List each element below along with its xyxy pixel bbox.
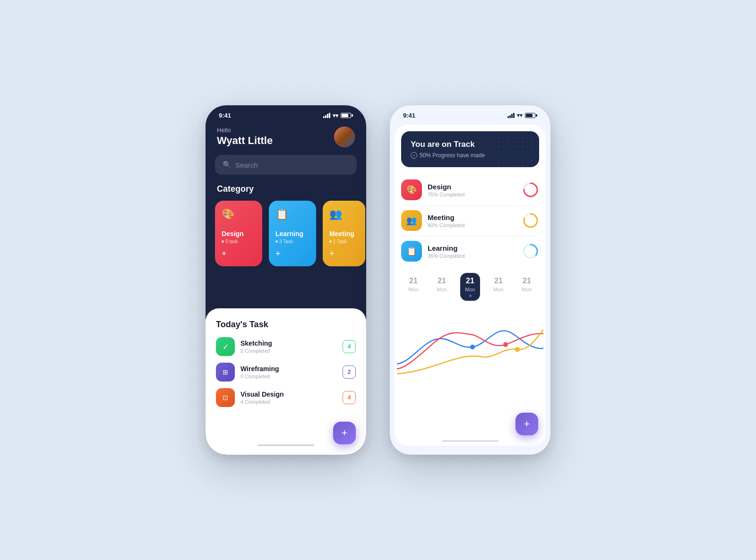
add-button-2[interactable]: +	[515, 413, 538, 435]
sketching-icon: ✓	[223, 342, 229, 351]
cal-active-dot	[469, 295, 472, 297]
cal-day-5[interactable]: 21 Mon	[517, 273, 536, 301]
cal-num-4: 21	[494, 277, 503, 285]
time-2: 9:41	[403, 112, 415, 119]
red-chart-dot	[503, 342, 508, 347]
design-icon: 🎨	[222, 208, 256, 221]
design-prog-name: Design	[428, 183, 516, 191]
learning-prog-pct: 35% Completed	[428, 253, 516, 259]
phone-2: 9:41 ▾▾ You are on Track	[390, 105, 550, 455]
search-placeholder: Search	[235, 161, 258, 169]
cal-num-1: 21	[409, 277, 418, 285]
learning-prog-info: Learning 35% Completed	[428, 244, 516, 259]
chart-svg	[397, 305, 543, 379]
learning-prog-name: Learning	[428, 244, 516, 252]
p2-content: You are on Track ✓ 50% Progress have mad…	[395, 125, 546, 446]
learning-prog-emoji: 📋	[406, 246, 417, 256]
design-prog-icon: 🎨	[401, 179, 422, 200]
blue-chart-dot	[470, 345, 475, 349]
task-visual-design[interactable]: ⊡ Visual Design 4 Completed 4	[216, 388, 356, 407]
avatar-image	[334, 127, 355, 147]
track-subtitle-text: 50% Progress have made	[420, 152, 485, 159]
wireframing-icon-box: ⊞	[216, 363, 235, 382]
search-bar[interactable]: 🔍 Search	[215, 155, 357, 175]
task-wireframing[interactable]: ⊞ Wireframing 0 Completed 2	[216, 363, 356, 382]
sketching-info: Sketching 2 Completed	[241, 339, 337, 354]
signal-icon-2	[507, 113, 515, 118]
add-task-button[interactable]: +	[333, 422, 356, 444]
meeting-add-icon[interactable]: +	[329, 249, 359, 259]
design-prog-pct: 75% Completed	[428, 192, 516, 197]
progress-meeting[interactable]: 👥 Meeting 80% Completed	[401, 205, 539, 236]
design-prog-info: Design 75% Completed	[428, 183, 516, 197]
battery-icon	[341, 113, 353, 118]
task-sketching[interactable]: ✓ Sketching 2 Completed 4	[216, 337, 356, 356]
add-icon: +	[342, 427, 348, 439]
home-indicator-2	[442, 440, 498, 442]
cal-num-5: 21	[523, 277, 531, 285]
meeting-prog-pct: 80% Completed	[428, 222, 516, 228]
sketching-icon-box: ✓	[216, 337, 235, 356]
sketching-badge: 4	[343, 340, 356, 353]
search-icon: 🔍	[223, 161, 232, 169]
design-add-icon[interactable]: +	[222, 249, 256, 259]
category-card-design[interactable]: 🎨 Design 5 task +	[215, 201, 262, 266]
progress-list: 🎨 Design 75% Completed	[395, 175, 546, 266]
meeting-prog-info: Meeting 80% Completed	[428, 213, 516, 228]
visual-name: Visual Design	[241, 390, 337, 398]
design-prog-emoji: 🎨	[406, 185, 417, 195]
calendar-row: 21 Mon 21 Mon 21 Mon 21 Mon 21	[395, 266, 546, 305]
sketching-completed: 2 Completed	[241, 348, 337, 354]
track-title: You are on Track	[411, 140, 530, 149]
wireframing-name: Wireframing	[241, 365, 337, 373]
cal-day-3-active[interactable]: 21 Mon	[460, 273, 480, 301]
progress-design[interactable]: 🎨 Design 75% Completed	[401, 175, 539, 205]
sketching-name: Sketching	[241, 339, 337, 347]
track-subtitle: ✓ 50% Progress have made	[411, 152, 530, 159]
battery-icon-2	[525, 113, 537, 118]
user-greeting-block: Hello Wyatt Little	[217, 127, 273, 147]
phones-container: 9:41 ▾▾ Hello Wyatt Little	[206, 105, 550, 455]
meeting-icon: 👥	[329, 208, 359, 221]
avatar[interactable]	[334, 127, 355, 147]
cal-label-4: Mon	[493, 287, 503, 292]
todays-task-title: Today's Task	[216, 320, 356, 330]
wireframing-completed: 0 Completed	[241, 373, 337, 379]
signal-icon	[323, 113, 330, 118]
wireframing-icon: ⊞	[223, 368, 228, 376]
time-1: 9:41	[219, 112, 231, 119]
visual-badge: 4	[343, 391, 356, 404]
meeting-tasks: 1 Task	[329, 239, 359, 244]
learning-tasks: 3 Task	[275, 239, 309, 244]
progress-learning[interactable]: 📋 Learning 35% Completed	[401, 236, 539, 266]
meeting-circle-progress	[522, 212, 539, 229]
cal-label-1: Mon	[408, 287, 418, 292]
category-card-learning[interactable]: 📋 Learning 3 Task +	[269, 201, 316, 266]
status-icons-1: ▾▾	[323, 112, 353, 119]
learning-add-icon[interactable]: +	[275, 249, 309, 259]
wifi-icon-2: ▾▾	[517, 112, 523, 119]
visual-icon-box: ⊡	[216, 388, 235, 407]
cal-day-4[interactable]: 21 Mon	[489, 273, 508, 301]
wireframing-badge: 2	[343, 365, 356, 379]
check-circle-icon: ✓	[411, 152, 417, 159]
cal-day-2[interactable]: 21 Mon	[432, 273, 451, 301]
cal-num-3: 21	[466, 277, 474, 285]
home-indicator-1	[258, 444, 314, 446]
category-card-meeting[interactable]: 👥 Meeting 1 Task +	[323, 201, 365, 266]
meeting-name: Meeting	[329, 230, 359, 238]
wireframing-info: Wireframing 0 Completed	[241, 365, 337, 379]
learning-circle-progress	[522, 243, 539, 260]
notch-2	[439, 105, 501, 119]
greeting-text: Hello	[217, 127, 273, 134]
chart-area	[395, 305, 546, 379]
p1-header: Hello Wyatt Little	[206, 122, 366, 155]
meeting-prog-name: Meeting	[428, 213, 516, 221]
track-banner: You are on Track ✓ 50% Progress have mad…	[401, 131, 539, 167]
cal-day-1[interactable]: 21 Mon	[404, 273, 423, 301]
cal-label-5: Mon	[522, 287, 532, 292]
status-icons-2: ▾▾	[507, 112, 537, 119]
category-section-title: Category	[206, 184, 366, 201]
cal-label-2: Mon	[437, 287, 447, 292]
cal-label-3: Mon	[465, 287, 475, 292]
